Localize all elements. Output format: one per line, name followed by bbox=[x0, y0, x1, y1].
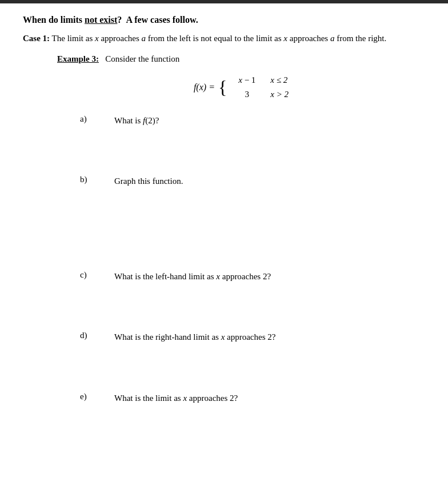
question-b: b) Graph this function. bbox=[80, 175, 425, 188]
question-e: e) What is the limit as x approaches 2? bbox=[80, 392, 425, 405]
question-c-label: c) bbox=[80, 270, 97, 280]
question-c-text: What is the left-hand limit as x approac… bbox=[114, 270, 271, 283]
function-lhs: f(x) = bbox=[194, 82, 215, 93]
case1-label: Case 1: bbox=[23, 34, 50, 43]
question-d: d) What is the right-hand limit as x app… bbox=[80, 331, 425, 344]
example-title: Example 3: Consider the function bbox=[57, 54, 425, 64]
question-b-label: b) bbox=[80, 175, 97, 184]
formula-2: 3 bbox=[233, 89, 261, 101]
title-question: ? A few cases follow. bbox=[117, 15, 198, 25]
spacer-after-a bbox=[57, 140, 425, 175]
title-underline: not exist bbox=[85, 15, 117, 25]
question-b-text: Graph this function. bbox=[114, 175, 183, 188]
spacer-after-d bbox=[57, 358, 425, 392]
question-e-label: e) bbox=[80, 392, 97, 401]
spacer-after-c bbox=[57, 296, 425, 331]
condition-1: x ≤ 2 bbox=[270, 74, 287, 86]
piecewise-brace: { bbox=[218, 78, 227, 97]
function-display: f(x) = { x − 1 x ≤ 2 3 x > 2 bbox=[57, 74, 425, 101]
question-a: a) What is f(2)? bbox=[80, 114, 425, 127]
formula-1: x − 1 bbox=[233, 74, 261, 86]
spacer-after-b bbox=[57, 202, 425, 270]
question-e-text: What is the limit as x approaches 2? bbox=[114, 392, 238, 405]
condition-2: x > 2 bbox=[270, 89, 289, 101]
section-title: When do limits not exist? A few cases fo… bbox=[23, 15, 425, 25]
question-a-label: a) bbox=[80, 114, 97, 124]
question-a-text: What is f(2)? bbox=[114, 114, 159, 127]
question-d-text: What is the right-hand limit as x approa… bbox=[114, 331, 275, 344]
piecewise-row-2: 3 x > 2 bbox=[233, 89, 289, 101]
piecewise-row-1: x − 1 x ≤ 2 bbox=[233, 74, 289, 86]
top-bar bbox=[0, 0, 448, 3]
example-block: Example 3: Consider the function f(x) = … bbox=[57, 54, 425, 405]
question-c: c) What is the left-hand limit as x appr… bbox=[80, 270, 425, 283]
case1-body: The limit as x approaches a from the lef… bbox=[52, 34, 387, 43]
title-text: When do limits bbox=[23, 15, 85, 25]
example-intro: Consider the function bbox=[101, 54, 179, 63]
question-d-label: d) bbox=[80, 331, 97, 340]
example-label: Example 3: bbox=[57, 54, 99, 63]
piecewise-cases: x − 1 x ≤ 2 3 x > 2 bbox=[233, 74, 289, 101]
function-expression: f(x) = { x − 1 x ≤ 2 3 x > 2 bbox=[194, 74, 289, 101]
case1-text: Case 1: The limit as x approaches a from… bbox=[23, 32, 425, 45]
